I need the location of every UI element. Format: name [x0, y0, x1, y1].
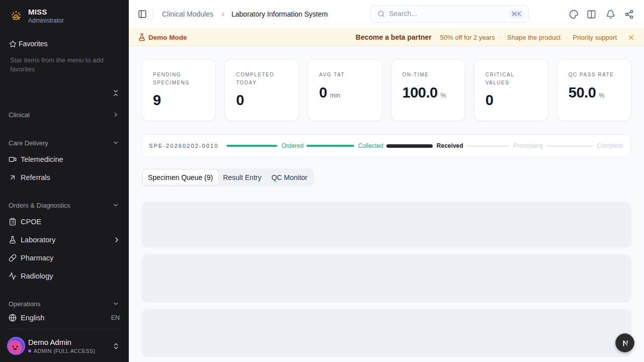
columns-icon[interactable]	[587, 10, 596, 19]
tab-specimen-queue[interactable]: Specimen Queue (9)	[143, 170, 218, 185]
stat-card-pending-specimens: PENDING SPECIMENS 9	[141, 59, 216, 121]
sidebar-item-radiology[interactable]: Radiology	[0, 267, 129, 285]
close-icon[interactable]	[627, 34, 635, 41]
search-shortcut: ⌘K	[509, 9, 524, 19]
topbar: Clinical Modules Laboratory Information …	[129, 0, 644, 28]
share-icon[interactable]	[624, 10, 634, 19]
search-icon	[377, 10, 385, 18]
chevrons-down-up-icon[interactable]	[112, 89, 120, 97]
stat-card-completed-today: COMPLETED TODAY 0	[224, 59, 299, 121]
stat-suffix: min	[330, 92, 340, 99]
sunrise-logo-icon	[11, 10, 22, 21]
chevron-right-icon	[113, 236, 121, 244]
chevron-right-icon[interactable]	[112, 111, 119, 118]
sidebar-item-telemedicine[interactable]: Telemedicine	[0, 150, 129, 168]
sidebar-item-laboratory[interactable]: Laboratory	[0, 231, 129, 249]
search-input[interactable]: Search... ⌘K	[370, 5, 529, 23]
banner-perk-discount: 50% off for 2 years	[440, 34, 495, 41]
breadcrumb-root[interactable]: Clinical Modules	[162, 10, 213, 19]
stage-ordered: Ordered	[226, 142, 303, 149]
sidebar-item-language[interactable]: English EN	[0, 309, 129, 327]
banner-separator: ·	[566, 34, 568, 41]
stage-bar	[546, 145, 593, 147]
breadcrumb-page: Laboratory Information System	[231, 10, 328, 19]
star-icon	[9, 40, 17, 48]
stats-row: PENDING SPECIMENS 9 COMPLETED TODAY 0 AV…	[141, 59, 631, 121]
specimen-tracker: SPE-20260202-0010 Ordered Collected Rece…	[141, 134, 631, 157]
user-role: ADMIN (FULL ACCESS)	[28, 348, 95, 354]
tab-qc-monitor[interactable]: QC Monitor	[266, 170, 312, 185]
banner-perk-shape: Shape the product	[507, 34, 560, 41]
stat-value: 100.0	[403, 85, 438, 100]
avatar[interactable]	[7, 337, 25, 355]
stage-bar	[226, 145, 277, 147]
palette-icon[interactable]	[569, 10, 579, 19]
stage-bar	[306, 145, 354, 147]
sidebar-group-clinical[interactable]: Clinical	[9, 111, 30, 119]
stage-processing: Processing	[466, 142, 543, 149]
breadcrumb-chevron-icon	[220, 11, 226, 18]
stage-collected: Collected	[306, 142, 383, 149]
flask-icon	[9, 236, 17, 244]
language-badge: EN	[111, 314, 120, 322]
stage-bar	[466, 145, 509, 147]
demo-mode-label: Demo Mode	[148, 33, 187, 42]
pill-icon	[9, 254, 17, 262]
stat-suffix: %	[441, 92, 446, 99]
flask-icon	[138, 33, 146, 41]
stat-suffix: %	[599, 92, 604, 99]
banner-right: Become a beta partner 50% off for 2 year…	[356, 28, 635, 46]
demo-banner: Demo Mode Become a beta partner 50% off …	[129, 28, 644, 46]
bell-icon[interactable]	[606, 10, 615, 19]
skeleton-block	[141, 202, 631, 247]
chevrons-up-down-icon[interactable]	[112, 342, 120, 350]
activity-icon	[9, 272, 17, 280]
chevron-down-icon[interactable]	[112, 300, 119, 307]
user-name: Demo Admin	[28, 338, 71, 347]
specimen-id: SPE-20260202-0010	[149, 143, 218, 149]
tracker-stages: Ordered Collected Received Processing Co…	[226, 142, 623, 149]
sidebar-group-orders-diagnostics[interactable]: Orders & Diagnostics	[9, 201, 70, 210]
stage-complete: Complete	[546, 142, 623, 149]
stage-bar	[386, 144, 433, 148]
search-placeholder: Search...	[389, 10, 417, 18]
stat-value: 0	[486, 93, 494, 108]
stat-value: 0	[319, 85, 327, 100]
stat-card-critical-values: CRITICAL VALUES 0	[474, 59, 548, 121]
favorites-empty-hint: Star items from the menu to add favorite…	[10, 56, 113, 73]
skeleton-block	[141, 254, 631, 303]
stat-card-qc-pass-rate: QC PASS RATE 50.0%	[557, 59, 631, 121]
chevron-down-icon[interactable]	[112, 202, 119, 209]
app-title: MISS	[28, 8, 47, 16]
tab-result-entry[interactable]: Result Entry	[218, 170, 266, 185]
nextjs-dev-button[interactable]	[615, 333, 634, 352]
role-status-dot	[28, 349, 31, 352]
clipboard-list-icon	[9, 218, 17, 226]
sidebar-divider	[8, 329, 121, 329]
stat-value: 9	[153, 93, 161, 108]
sidebar-item-cpoe[interactable]: CPOE	[0, 213, 129, 231]
sidebar-toggle-icon[interactable]	[138, 10, 147, 19]
stat-value: 0	[236, 93, 244, 108]
stat-card-on-time: ON-TIME 100.0%	[391, 59, 465, 121]
stat-card-avg-tat: AVG TAT 0min	[307, 59, 382, 121]
sidebar-item-pharmacy[interactable]: Pharmacy	[0, 249, 129, 267]
video-icon	[9, 155, 17, 163]
favorites-label[interactable]: Favorites	[19, 40, 48, 48]
app-subtitle: Administrator	[28, 17, 64, 25]
chevron-down-icon[interactable]	[112, 139, 119, 146]
main-area: Clinical Modules Laboratory Information …	[129, 0, 644, 362]
banner-separator: ·	[500, 34, 502, 41]
arrow-up-right-icon	[9, 173, 17, 182]
topbar-divider	[152, 10, 153, 18]
beta-partner-link[interactable]: Become a beta partner	[356, 33, 432, 41]
stat-value: 50.0	[569, 85, 596, 100]
sidebar-group-operations[interactable]: Operations	[9, 300, 41, 308]
globe-icon	[9, 314, 17, 322]
loading-skeletons	[141, 202, 631, 357]
banner-perk-support: Priority support	[573, 34, 617, 41]
tabs: Specimen Queue (9) Result Entry QC Monit…	[141, 168, 314, 187]
sidebar-group-care-delivery[interactable]: Care Delivery	[9, 139, 48, 147]
sidebar-item-referrals[interactable]: Referrals	[0, 168, 129, 187]
stage-received: Received	[386, 142, 463, 149]
